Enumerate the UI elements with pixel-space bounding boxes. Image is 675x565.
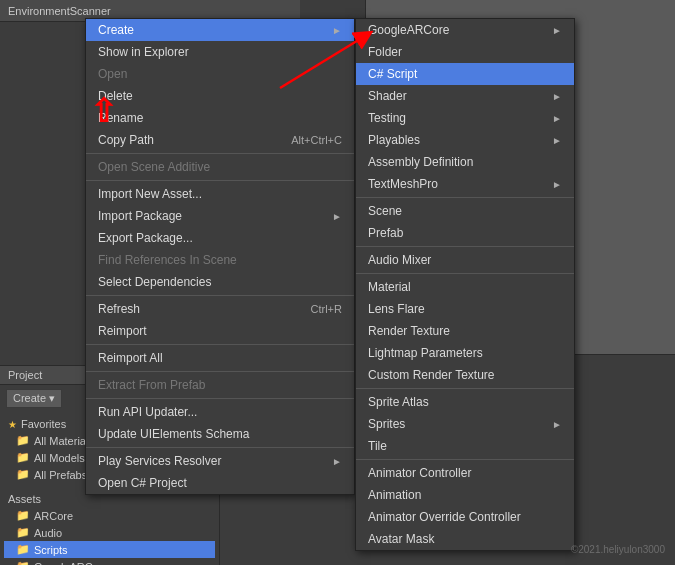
menu-right-prefab-label: Prefab	[368, 226, 403, 240]
scripts-label: Scripts	[34, 544, 68, 556]
right-divider-2	[356, 246, 574, 247]
divider-6	[86, 398, 354, 399]
divider-7	[86, 447, 354, 448]
menu-right-lens-flare[interactable]: Lens Flare	[356, 298, 574, 320]
menu-right-custom-render-texture-label: Custom Render Texture	[368, 368, 495, 382]
menu-right-textmeshpro[interactable]: TextMeshPro ►	[356, 173, 574, 195]
menu-item-open-label: Open	[98, 67, 127, 81]
watermark: ©2021.heliyulon3000	[571, 544, 665, 555]
arcore-item[interactable]: 📁 ARCore	[4, 507, 215, 524]
menu-item-import-package-label: Import Package	[98, 209, 182, 223]
menu-item-rename[interactable]: Rename	[86, 107, 354, 129]
menu-item-import-new-asset-label: Import New Asset...	[98, 187, 202, 201]
menu-item-refresh-shortcut: Ctrl+R	[311, 303, 342, 315]
menu-right-material[interactable]: Material	[356, 276, 574, 298]
favorites-label: Favorites	[21, 418, 66, 430]
menu-right-animation[interactable]: Animation	[356, 484, 574, 506]
menu-right-textmeshpro-label: TextMeshPro	[368, 177, 438, 191]
menu-right-lens-flare-label: Lens Flare	[368, 302, 425, 316]
create-button[interactable]: Create ▾	[6, 389, 62, 408]
menu-right-avatar-mask[interactable]: Avatar Mask	[356, 528, 574, 550]
menu-item-reimport[interactable]: Reimport	[86, 320, 354, 342]
menu-item-select-dependencies[interactable]: Select Dependencies	[86, 271, 354, 293]
divider-2	[86, 180, 354, 181]
arrow-icon-testing: ►	[552, 113, 562, 124]
menu-right-animator-controller[interactable]: Animator Controller	[356, 462, 574, 484]
menu-item-export-package-label: Export Package...	[98, 231, 193, 245]
audio-item[interactable]: 📁 Audio	[4, 524, 215, 541]
menu-right-render-texture[interactable]: Render Texture	[356, 320, 574, 342]
divider-1	[86, 153, 354, 154]
scripts-item[interactable]: 📁 Scripts	[4, 541, 215, 558]
menu-right-animator-override-controller-label: Animator Override Controller	[368, 510, 521, 524]
folder-icon-audio: 📁	[16, 526, 30, 539]
menu-right-sprite-atlas-label: Sprite Atlas	[368, 395, 429, 409]
menu-right-custom-render-texture[interactable]: Custom Render Texture	[356, 364, 574, 386]
menu-right-animation-label: Animation	[368, 488, 421, 502]
menu-right-animator-controller-label: Animator Controller	[368, 466, 471, 480]
menu-right-sprite-atlas[interactable]: Sprite Atlas	[356, 391, 574, 413]
menu-right-audio-mixer-label: Audio Mixer	[368, 253, 431, 267]
menu-right-audio-mixer[interactable]: Audio Mixer	[356, 249, 574, 271]
menu-right-playables-label: Playables	[368, 133, 420, 147]
folder-icon-google-arcore: 📁	[16, 560, 30, 565]
all-models-label: All Models	[34, 452, 85, 464]
arrow-icon-arcore: ►	[552, 25, 562, 36]
menu-item-open-scene-additive-label: Open Scene Additive	[98, 160, 210, 174]
menu-right-sprites-label: Sprites	[368, 417, 405, 431]
menu-item-open-csharp-project-label: Open C# Project	[98, 476, 187, 490]
menu-item-update-ui-elements-label: Update UIElements Schema	[98, 427, 249, 441]
menu-right-animator-override-controller[interactable]: Animator Override Controller	[356, 506, 574, 528]
assets-label: Assets	[8, 493, 41, 505]
menu-item-open-csharp-project[interactable]: Open C# Project	[86, 472, 354, 494]
right-divider-3	[356, 273, 574, 274]
menu-item-show-in-explorer-label: Show in Explorer	[98, 45, 189, 59]
menu-right-lightmap-parameters[interactable]: Lightmap Parameters	[356, 342, 574, 364]
menu-item-import-package[interactable]: Import Package ►	[86, 205, 354, 227]
divider-4	[86, 344, 354, 345]
menu-item-import-new-asset[interactable]: Import New Asset...	[86, 183, 354, 205]
menu-item-copy-path[interactable]: Copy Path Alt+Ctrl+C	[86, 129, 354, 151]
menu-right-testing[interactable]: Testing ►	[356, 107, 574, 129]
menu-item-select-dependencies-label: Select Dependencies	[98, 275, 211, 289]
menu-item-reimport-all-label: Reimport All	[98, 351, 163, 365]
menu-right-render-texture-label: Render Texture	[368, 324, 450, 338]
menu-right-scene[interactable]: Scene	[356, 200, 574, 222]
menu-right-sprites[interactable]: Sprites ►	[356, 413, 574, 435]
menu-item-run-api-updater-label: Run API Updater...	[98, 405, 197, 419]
divider-3	[86, 295, 354, 296]
folder-icon-prefabs: 📁	[16, 468, 30, 481]
menu-item-run-api-updater[interactable]: Run API Updater...	[86, 401, 354, 423]
menu-right-assembly-definition-label: Assembly Definition	[368, 155, 473, 169]
google-arcore-item[interactable]: 📁 GoogleARCore	[4, 558, 215, 565]
menu-item-export-package[interactable]: Export Package...	[86, 227, 354, 249]
all-prefabs-label: All Prefabs	[34, 469, 87, 481]
menu-right-scene-label: Scene	[368, 204, 402, 218]
menu-item-copy-path-label: Copy Path	[98, 133, 154, 147]
menu-right-tile[interactable]: Tile	[356, 435, 574, 457]
menu-item-extract-from-prefab-label: Extract From Prefab	[98, 378, 205, 392]
arcore-label: ARCore	[34, 510, 73, 522]
divider-5	[86, 371, 354, 372]
audio-label: Audio	[34, 527, 62, 539]
menu-item-refresh[interactable]: Refresh Ctrl+R	[86, 298, 354, 320]
arrow-icon-import-package: ►	[332, 211, 342, 222]
star-icon: ★	[8, 419, 17, 430]
menu-right-playables[interactable]: Playables ►	[356, 129, 574, 151]
menu-item-update-ui-elements[interactable]: Update UIElements Schema	[86, 423, 354, 445]
folder-icon-models: 📁	[16, 451, 30, 464]
menu-item-play-services-resolver[interactable]: Play Services Resolver ►	[86, 450, 354, 472]
menu-item-open-scene-additive: Open Scene Additive	[86, 156, 354, 178]
tutorial-arrow-up: ⇧	[90, 95, 117, 127]
menu-item-create-label: Create	[98, 23, 134, 37]
arrow-icon-shader: ►	[552, 91, 562, 102]
menu-item-reimport-all[interactable]: Reimport All	[86, 347, 354, 369]
right-divider-1	[356, 197, 574, 198]
menu-right-assembly-definition[interactable]: Assembly Definition	[356, 151, 574, 173]
google-arcore-label: GoogleARCore	[34, 561, 109, 566]
arrow-icon-sprites: ►	[552, 419, 562, 430]
svg-line-0	[280, 36, 365, 88]
menu-item-copy-path-shortcut: Alt+Ctrl+C	[291, 134, 342, 146]
tutorial-arrow-diagonal	[270, 28, 390, 98]
menu-right-prefab[interactable]: Prefab	[356, 222, 574, 244]
